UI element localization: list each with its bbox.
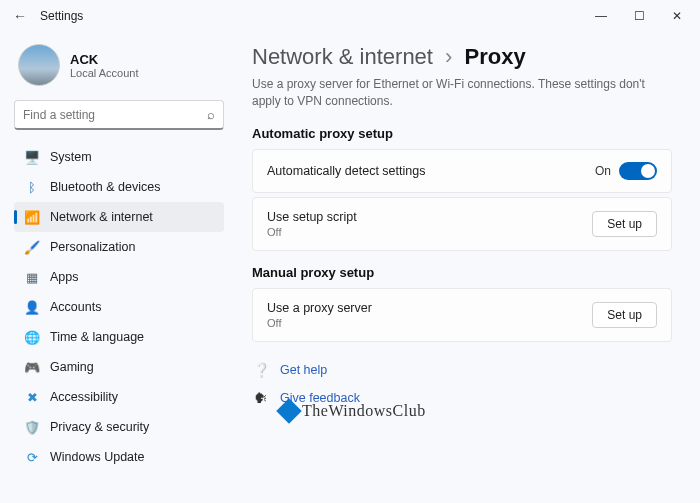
sidebar: ACK Local Account ⌕ 🖥️SystemᛒBluetooth &… (0, 32, 232, 503)
sidebar-item-label: Gaming (50, 360, 94, 374)
sidebar-icon: ⟳ (24, 449, 40, 465)
sidebar-icon: 👤 (24, 299, 40, 315)
setup-script-button[interactable]: Set up (592, 211, 657, 237)
sidebar-item-bluetooth-devices[interactable]: ᛒBluetooth & devices (14, 172, 224, 202)
nav-list: 🖥️SystemᛒBluetooth & devices📶Network & i… (14, 142, 224, 472)
search-icon: ⌕ (207, 107, 215, 122)
sidebar-item-label: Windows Update (50, 450, 145, 464)
sidebar-item-network-internet[interactable]: 📶Network & internet (14, 202, 224, 232)
sidebar-item-accounts[interactable]: 👤Accounts (14, 292, 224, 322)
sidebar-item-windows-update[interactable]: ⟳Windows Update (14, 442, 224, 472)
sidebar-item-label: Accessibility (50, 390, 118, 404)
sidebar-item-time-language[interactable]: 🌐Time & language (14, 322, 224, 352)
title-bar: ← Settings — ☐ ✕ (0, 0, 700, 32)
page-title: Proxy (465, 44, 526, 69)
sidebar-icon: 🎮 (24, 359, 40, 375)
give-feedback-label: Give feedback (280, 391, 360, 405)
back-button[interactable]: ← (4, 8, 36, 24)
sidebar-item-label: Personalization (50, 240, 135, 254)
sidebar-icon: ᛒ (24, 179, 40, 195)
sidebar-item-label: Bluetooth & devices (50, 180, 161, 194)
use-proxy-title: Use a proxy server (267, 301, 592, 315)
breadcrumb-parent[interactable]: Network & internet (252, 44, 433, 69)
get-help-link[interactable]: ❔ Get help (252, 356, 672, 384)
sidebar-icon: 🌐 (24, 329, 40, 345)
search-box[interactable]: ⌕ (14, 100, 224, 130)
setup-script-sub: Off (267, 226, 592, 238)
auto-detect-title: Automatically detect settings (267, 164, 595, 178)
maximize-button[interactable]: ☐ (620, 2, 658, 30)
sidebar-item-accessibility[interactable]: ✖Accessibility (14, 382, 224, 412)
window-title: Settings (40, 9, 83, 23)
search-input[interactable] (23, 108, 207, 122)
sidebar-icon: 📶 (24, 209, 40, 225)
sidebar-item-personalization[interactable]: 🖌️Personalization (14, 232, 224, 262)
use-proxy-card: Use a proxy server Off Set up (252, 288, 672, 342)
chevron-right-icon: › (445, 44, 452, 69)
use-proxy-sub: Off (267, 317, 592, 329)
setup-script-card: Use setup script Off Set up (252, 197, 672, 251)
avatar (18, 44, 60, 86)
sidebar-icon: ✖ (24, 389, 40, 405)
sidebar-icon: ▦ (24, 269, 40, 285)
feedback-icon: 🗣 (252, 389, 270, 407)
section-automatic: Automatic proxy setup (252, 126, 672, 141)
section-manual: Manual proxy setup (252, 265, 672, 280)
user-block[interactable]: ACK Local Account (18, 44, 224, 86)
sidebar-item-privacy-security[interactable]: 🛡️Privacy & security (14, 412, 224, 442)
give-feedback-link[interactable]: 🗣 Give feedback (252, 384, 672, 412)
sidebar-icon: 🖥️ (24, 149, 40, 165)
breadcrumb: Network & internet › Proxy (252, 44, 672, 70)
auto-detect-state: On (595, 164, 611, 178)
sidebar-item-label: Privacy & security (50, 420, 149, 434)
setup-script-title: Use setup script (267, 210, 592, 224)
main-panel: Network & internet › Proxy Use a proxy s… (232, 32, 700, 503)
sidebar-icon: 🖌️ (24, 239, 40, 255)
user-sub: Local Account (70, 67, 139, 79)
auto-detect-card: Automatically detect settings On (252, 149, 672, 193)
sidebar-item-label: System (50, 150, 92, 164)
sidebar-item-gaming[interactable]: 🎮Gaming (14, 352, 224, 382)
close-button[interactable]: ✕ (658, 2, 696, 30)
sidebar-item-label: Accounts (50, 300, 101, 314)
page-description: Use a proxy server for Ethernet or Wi-Fi… (252, 76, 672, 110)
minimize-button[interactable]: — (582, 2, 620, 30)
sidebar-item-system[interactable]: 🖥️System (14, 142, 224, 172)
sidebar-item-apps[interactable]: ▦Apps (14, 262, 224, 292)
auto-detect-toggle[interactable] (619, 162, 657, 180)
sidebar-item-label: Apps (50, 270, 79, 284)
get-help-label: Get help (280, 363, 327, 377)
use-proxy-button[interactable]: Set up (592, 302, 657, 328)
footer-links: ❔ Get help 🗣 Give feedback (252, 356, 672, 412)
user-name: ACK (70, 52, 139, 67)
sidebar-item-label: Time & language (50, 330, 144, 344)
sidebar-icon: 🛡️ (24, 419, 40, 435)
sidebar-item-label: Network & internet (50, 210, 153, 224)
help-icon: ❔ (252, 361, 270, 379)
